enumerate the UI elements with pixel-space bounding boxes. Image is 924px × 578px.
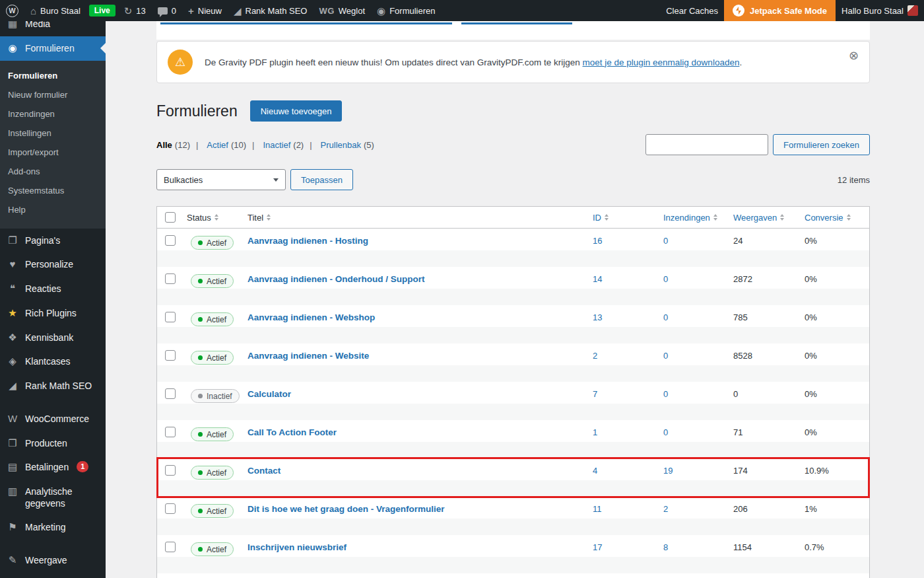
form-id-link[interactable]: 1 bbox=[593, 427, 597, 437]
sidebar-item[interactable]: W WooCommerce bbox=[0, 407, 106, 431]
updates-menu[interactable]: ↻ 13 bbox=[118, 0, 152, 21]
bulk-actions-select[interactable]: Bulkacties bbox=[156, 169, 286, 190]
clear-caches-button[interactable]: Clear Caches bbox=[660, 0, 724, 21]
dismiss-notice-button[interactable]: ⊗ bbox=[849, 50, 859, 61]
status-label: Actief bbox=[207, 315, 226, 324]
form-title-link[interactable]: Calculator bbox=[248, 389, 291, 399]
comments-count: 0 bbox=[172, 6, 176, 16]
row-checkbox[interactable] bbox=[165, 273, 176, 284]
entries-link[interactable]: 0 bbox=[663, 274, 668, 284]
sidebar-item-media[interactable]: ▦ Media bbox=[0, 21, 106, 36]
submenu-item[interactable]: Add-ons bbox=[0, 162, 106, 181]
entries-link[interactable]: 8 bbox=[663, 542, 668, 552]
column-header[interactable]: Weergaven bbox=[731, 213, 802, 223]
submenu-item[interactable]: Formulieren bbox=[0, 66, 106, 85]
select-all-checkbox[interactable] bbox=[165, 212, 176, 223]
column-header[interactable]: ID bbox=[590, 213, 661, 223]
admin-bar-right: Clear Caches Jetpack Safe Mode Hallo Bur… bbox=[660, 0, 924, 21]
row-checkbox[interactable] bbox=[165, 388, 176, 399]
new-content-menu[interactable]: + Nieuw bbox=[182, 0, 228, 21]
filter-link[interactable]: Actief bbox=[207, 140, 228, 150]
entries-link[interactable]: 0 bbox=[663, 236, 668, 246]
form-title-link[interactable]: Call To Action Footer bbox=[248, 427, 337, 437]
entries-link[interactable]: 2 bbox=[663, 504, 668, 514]
search-group: Formulieren zoeken bbox=[645, 134, 870, 155]
sidebar-item[interactable]: ♥ Personalize bbox=[0, 252, 106, 277]
filter-link[interactable]: Inactief bbox=[263, 140, 290, 150]
form-title-link[interactable]: Inschrijven nieuwsbrief bbox=[248, 542, 346, 552]
form-title-link[interactable]: Aanvraag indienen - Onderhoud / Support bbox=[248, 274, 425, 284]
title-cell: Aanvraag indienen - Webshop bbox=[245, 305, 590, 343]
entries-link[interactable]: 0 bbox=[663, 389, 668, 399]
entries-link[interactable]: 0 bbox=[663, 351, 668, 361]
form-title-link[interactable]: Aanvraag indienen - Webshop bbox=[248, 312, 375, 322]
form-id-link[interactable]: 2 bbox=[593, 351, 597, 361]
sidebar-item[interactable]: ▥ Analytische gegevens bbox=[0, 480, 106, 515]
add-form-button[interactable]: Nieuwe toevoegen bbox=[250, 100, 343, 122]
form-id-link[interactable]: 13 bbox=[593, 312, 602, 322]
entries-link[interactable]: 0 bbox=[663, 427, 668, 437]
filter-link[interactable]: Alle bbox=[156, 140, 172, 150]
row-checkbox[interactable] bbox=[165, 542, 176, 552]
site-name: Buro Staal bbox=[40, 6, 81, 16]
comments-menu[interactable]: 0 bbox=[152, 0, 182, 21]
rank-math-menu[interactable]: ◢ Rank Math SEO bbox=[228, 0, 313, 21]
sidebar-item-formulieren[interactable]: ◉ Formulieren bbox=[0, 36, 106, 61]
submenu-item[interactable]: Help bbox=[0, 200, 106, 219]
title-cell: Aanvraag indienen - Website bbox=[245, 343, 590, 382]
submenu-item[interactable]: Systeemstatus bbox=[0, 181, 106, 200]
account-menu[interactable]: Hallo Buro Staal bbox=[836, 0, 924, 21]
submenu-item[interactable]: Nieuw formulier bbox=[0, 85, 106, 104]
submenu-item[interactable]: Import/export bbox=[0, 143, 106, 162]
form-id-link[interactable]: 7 bbox=[593, 389, 597, 399]
sidebar-item[interactable]: ✎ Weergave bbox=[0, 548, 106, 573]
row-checkbox[interactable] bbox=[165, 312, 176, 322]
entries-link[interactable]: 0 bbox=[663, 312, 668, 322]
row-checkbox[interactable] bbox=[165, 427, 176, 437]
status-cell: Actief bbox=[184, 420, 245, 458]
site-name-menu[interactable]: ⌂ Buro Staal bbox=[24, 0, 86, 21]
form-id-link[interactable]: 16 bbox=[593, 236, 602, 246]
sidebar-item[interactable]: ★ Rich Plugins bbox=[0, 301, 106, 326]
submenu-item[interactable]: Instellingen bbox=[0, 124, 106, 143]
form-title-link[interactable]: Dit is hoe we het graag doen - Vragenfor… bbox=[248, 504, 445, 514]
apply-button[interactable]: Toepassen bbox=[290, 169, 353, 190]
sidebar-item[interactable]: ❐ Pagina's bbox=[0, 229, 106, 253]
wordpress-logo-menu[interactable]: W bbox=[0, 0, 24, 21]
form-id-link[interactable]: 4 bbox=[593, 466, 597, 476]
gravity-forms-adminbar-menu[interactable]: ◉ Formulieren bbox=[371, 0, 441, 21]
sidebar-item[interactable]: ❝ Reacties bbox=[0, 277, 106, 301]
row-checkbox[interactable] bbox=[165, 350, 176, 361]
id-cell: 11 bbox=[590, 497, 661, 535]
form-id-link[interactable]: 14 bbox=[593, 274, 602, 284]
weglot-menu[interactable]: WG Weglot bbox=[313, 0, 371, 21]
row-checkbox[interactable] bbox=[165, 235, 176, 246]
jetpack-safe-mode-badge[interactable]: Jetpack Safe Mode bbox=[724, 0, 836, 21]
form-title-link[interactable]: Aanvraag indienen - Website bbox=[248, 351, 369, 361]
search-input[interactable] bbox=[645, 134, 768, 155]
notice-download-link[interactable]: moet je de plugin eenmalig downloaden bbox=[583, 57, 740, 67]
products-icon: ❒ bbox=[6, 437, 19, 450]
sidebar-item[interactable]: ✚ Plugins 12 bbox=[0, 573, 106, 578]
column-header[interactable]: Status bbox=[184, 213, 245, 223]
submenu-item[interactable]: Inzendingen bbox=[0, 104, 106, 124]
sidebar-item[interactable]: ▤ Betalingen 1 bbox=[0, 455, 106, 480]
form-id-link[interactable]: 17 bbox=[593, 542, 602, 552]
row-checkbox[interactable] bbox=[165, 465, 176, 476]
entries-link[interactable]: 19 bbox=[663, 466, 673, 476]
column-header[interactable]: Conversie bbox=[802, 213, 869, 223]
sidebar-item[interactable]: ◢ Rank Math SEO bbox=[0, 374, 106, 398]
title-cell bbox=[245, 573, 590, 578]
form-title-link[interactable]: Aanvraag indienen - Hosting bbox=[248, 236, 368, 246]
sidebar-item[interactable]: ⚑ Marketing bbox=[0, 515, 106, 540]
sidebar-item[interactable]: ◈ Klantcases bbox=[0, 349, 106, 374]
search-forms-button[interactable]: Formulieren zoeken bbox=[773, 134, 870, 155]
column-header[interactable]: Inzendingen bbox=[661, 213, 731, 223]
sidebar-item[interactable]: ❒ Producten bbox=[0, 431, 106, 456]
row-checkbox[interactable] bbox=[165, 503, 176, 514]
sidebar-item[interactable]: ❖ Kennisbank bbox=[0, 326, 106, 350]
form-id-link[interactable]: 11 bbox=[593, 504, 602, 514]
form-title-link[interactable]: Contact bbox=[248, 466, 280, 476]
column-header[interactable]: Titel bbox=[245, 213, 590, 223]
filter-link[interactable]: Prullenbak bbox=[321, 140, 361, 150]
